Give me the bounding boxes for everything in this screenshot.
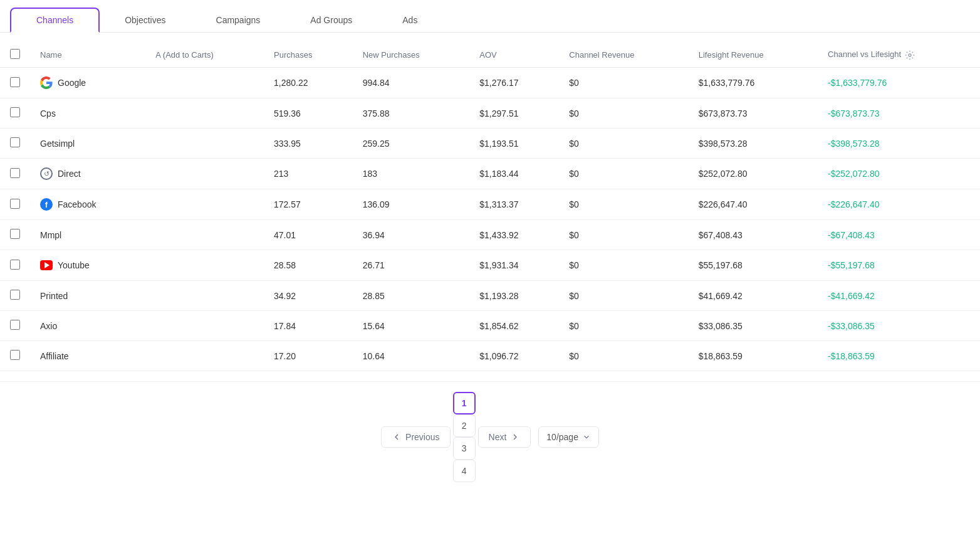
cell-name: Mmpl <box>30 220 145 250</box>
channels-table: Name A (Add to Carts) Purchases New Purc… <box>0 43 980 371</box>
select-all-checkbox[interactable] <box>10 49 20 59</box>
table-header-row: Name A (Add to Carts) Purchases New Purc… <box>0 43 980 68</box>
cell-lifesight-revenue: $252,072.80 <box>689 159 818 189</box>
col-channel-revenue-header: Channel Revenue <box>559 43 688 68</box>
cell-purchases: 519.36 <box>264 98 353 129</box>
cell-lifesight-revenue: $398,573.28 <box>689 129 818 159</box>
row-checkbox[interactable] <box>10 168 20 178</box>
cell-aov: $1,313.37 <box>469 189 559 220</box>
row-checkbox[interactable] <box>10 107 20 117</box>
cell-channel-vs-lifesight: -$252,072.80 <box>818 159 980 189</box>
cell-name: fFacebook <box>30 189 145 220</box>
row-checkbox[interactable] <box>10 260 20 270</box>
col-add-to-carts-header: A (Add to Carts) <box>145 43 264 68</box>
next-button[interactable]: Next <box>478 426 531 448</box>
cell-channel-revenue: $0 <box>559 311 688 341</box>
cell-aov: $1,183.44 <box>469 159 559 189</box>
cell-add-to-carts <box>145 98 264 129</box>
page-button-3[interactable]: 3 <box>453 437 476 460</box>
cell-channel-vs-lifesight: -$67,408.43 <box>818 220 980 250</box>
cell-new-purchases: 36.94 <box>353 220 470 250</box>
cell-channel-vs-lifesight: -$398,573.28 <box>818 129 980 159</box>
cell-purchases: 1,280.22 <box>264 68 353 98</box>
gear-icon[interactable] <box>905 50 915 60</box>
table-row: Printed34.9228.85$1,193.28$0$41,669.42-$… <box>0 281 980 311</box>
cell-add-to-carts <box>145 281 264 311</box>
cell-add-to-carts <box>145 250 264 281</box>
cell-purchases: 47.01 <box>264 220 353 250</box>
cell-purchases: 17.84 <box>264 311 353 341</box>
cell-channel-revenue: $0 <box>559 189 688 220</box>
channel-name-text: Mmpl <box>40 230 61 240</box>
cell-new-purchases: 136.09 <box>353 189 470 220</box>
top-nav-tabs: Channels Objectives Campaigns Ad Groups … <box>0 0 980 33</box>
cell-channel-vs-lifesight: -$673,873.73 <box>818 98 980 129</box>
page-button-1[interactable]: 1 <box>453 392 476 414</box>
row-checkbox[interactable] <box>10 229 20 239</box>
cell-channel-revenue: $0 <box>559 250 688 281</box>
cell-purchases: 28.58 <box>264 250 353 281</box>
per-page-label: 10/page <box>546 432 578 442</box>
previous-label: Previous <box>405 432 439 442</box>
google-icon <box>40 76 53 89</box>
previous-button[interactable]: Previous <box>381 426 450 448</box>
page-button-4[interactable]: 4 <box>453 460 476 482</box>
tab-objectives[interactable]: Objectives <box>100 8 190 32</box>
page-button-2[interactable]: 2 <box>453 414 476 437</box>
cell-name: Cps <box>30 98 145 129</box>
table-row: Youtube28.5826.71$1,931.34$0$55,197.68-$… <box>0 250 980 281</box>
tab-ad-groups[interactable]: Ad Groups <box>285 8 377 32</box>
table-row: Affiliate17.2010.64$1,096.72$0$18,863.59… <box>0 341 980 371</box>
tab-channels[interactable]: Channels <box>10 8 100 33</box>
cell-lifesight-revenue: $67,408.43 <box>689 220 818 250</box>
cell-lifesight-revenue: $226,647.40 <box>689 189 818 220</box>
channel-name-text: Getsimpl <box>40 139 75 149</box>
cell-channel-revenue: $0 <box>559 98 688 129</box>
cell-aov: $1,433.92 <box>469 220 559 250</box>
cell-channel-revenue: $0 <box>559 281 688 311</box>
cell-purchases: 172.57 <box>264 189 353 220</box>
cell-purchases: 17.20 <box>264 341 353 371</box>
cell-add-to-carts <box>145 220 264 250</box>
col-lifesight-revenue-header: Lifesight Revenue <box>689 43 818 68</box>
cell-lifesight-revenue: $41,669.42 <box>689 281 818 311</box>
tab-ads[interactable]: Ads <box>377 8 442 32</box>
channel-name-text: Google <box>58 78 86 88</box>
table-row: fFacebook172.57136.09$1,313.37$0$226,647… <box>0 189 980 220</box>
cell-add-to-carts <box>145 341 264 371</box>
cell-add-to-carts <box>145 68 264 98</box>
channel-name-text: Cps <box>40 108 56 119</box>
cell-channel-revenue: $0 <box>559 159 688 189</box>
cell-lifesight-revenue: $673,873.73 <box>689 98 818 129</box>
col-aov-header: AOV <box>469 43 559 68</box>
cell-aov: $1,096.72 <box>469 341 559 371</box>
cell-channel-vs-lifesight: -$55,197.68 <box>818 250 980 281</box>
table-row: Google1,280.22994.84$1,276.17$0$1,633,77… <box>0 68 980 98</box>
row-checkbox[interactable] <box>10 320 20 330</box>
cell-name: Getsimpl <box>30 129 145 159</box>
cell-add-to-carts <box>145 129 264 159</box>
chevron-down-icon <box>582 433 591 441</box>
cell-aov: $1,193.28 <box>469 281 559 311</box>
arrow-left-icon <box>392 432 402 442</box>
cell-channel-vs-lifesight: -$1,633,779.76 <box>818 68 980 98</box>
cell-purchases: 34.92 <box>264 281 353 311</box>
cell-lifesight-revenue: $55,197.68 <box>689 250 818 281</box>
cell-channel-revenue: $0 <box>559 341 688 371</box>
cell-aov: $1,297.51 <box>469 98 559 129</box>
cell-lifesight-revenue: $1,633,779.76 <box>689 68 818 98</box>
pagination-bar: Previous 1234 Next 10/page <box>0 381 980 492</box>
col-checkbox <box>0 43 30 68</box>
row-checkbox[interactable] <box>10 77 20 87</box>
channel-name-text: Axio <box>40 321 57 331</box>
row-checkbox[interactable] <box>10 199 20 209</box>
cell-new-purchases: 994.84 <box>353 68 470 98</box>
col-new-purchases-header: New Purchases <box>353 43 470 68</box>
cell-new-purchases: 15.64 <box>353 311 470 341</box>
row-checkbox[interactable] <box>10 290 20 300</box>
row-checkbox[interactable] <box>10 137 20 147</box>
tab-campaigns[interactable]: Campaigns <box>191 8 286 32</box>
row-checkbox[interactable] <box>10 350 20 360</box>
per-page-selector[interactable]: 10/page <box>538 426 599 448</box>
cell-add-to-carts <box>145 189 264 220</box>
